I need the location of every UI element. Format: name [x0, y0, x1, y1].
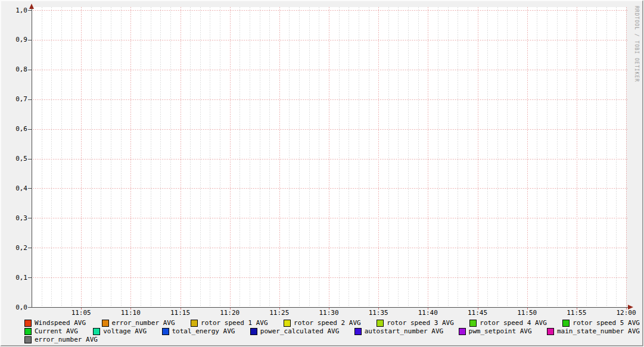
gridline-x-minor	[616, 7, 617, 307]
gridline-x-minor	[596, 7, 597, 307]
x-axis-tick	[81, 308, 82, 310]
legend-item: rotor speed 5 AVG	[562, 319, 640, 327]
legend-label: error_number AVG	[35, 336, 98, 343]
gridline-x-minor	[359, 7, 359, 307]
x-axis-line	[28, 307, 629, 308]
x-axis-tick	[279, 308, 280, 310]
x-axis-tick	[181, 308, 181, 310]
gridline-x-minor	[51, 7, 52, 307]
legend-item: power_calculated AVG	[250, 327, 339, 335]
legend-label: total_energy AVG	[172, 327, 235, 335]
gridline-x-minor	[239, 7, 240, 307]
legend-swatch-icon	[24, 336, 32, 343]
gridline-y-major	[32, 159, 629, 160]
gridline-x-minor	[220, 7, 220, 307]
gridline-x-minor	[160, 7, 161, 307]
gridline-x-minor	[91, 7, 92, 307]
legend-label: rotor speed 5 AVG	[573, 319, 640, 327]
gridline-x-minor	[458, 7, 458, 307]
legend-item: total_energy AVG	[162, 327, 235, 335]
legend-item: error_number AVG	[24, 336, 98, 343]
legend-item: rotor speed 3 AVG	[377, 319, 454, 327]
gridline-x-minor	[210, 7, 210, 307]
legend-label: rotor speed 2 AVG	[294, 319, 361, 327]
x-axis-tick-label: 11:30	[316, 309, 342, 317]
legend-item: main_state_number AVG	[547, 327, 640, 335]
gridline-x-minor	[388, 7, 389, 307]
legend-row-3: error_number AVG	[24, 336, 640, 343]
gridline-x-minor	[289, 7, 290, 307]
gridline-x-minor	[497, 7, 498, 307]
legend-item: rotor speed 4 AVG	[469, 319, 547, 327]
gridline-x-minor	[369, 7, 369, 307]
legend-label: power_calculated AVG	[260, 327, 339, 335]
legend-swatch-icon	[102, 320, 109, 327]
rrdtool-graph: 1,00,90,80,70,60,50,40,30,20,10,0 11:051…	[0, 0, 644, 347]
legend-swatch-icon	[469, 320, 477, 327]
gridline-x-minor	[71, 7, 72, 307]
legend-row-1: Windspeed AVGerror_number AVGrotor speed…	[24, 319, 640, 327]
x-axis-tick-label: 11:10	[117, 309, 144, 317]
legend-label: rotor speed 3 AVG	[387, 319, 454, 327]
legend-swatch-icon	[354, 328, 362, 335]
gridline-x-major	[230, 7, 231, 309]
y-axis-tick-label: 0,4	[1, 185, 27, 192]
gridline-x-minor	[170, 7, 171, 307]
gridline-x-minor	[557, 7, 558, 307]
gridline-x-minor	[408, 7, 409, 307]
gridline-x-minor	[42, 7, 42, 307]
legend-item: Current AVG	[24, 327, 78, 335]
y-axis-tick-label: 0,0	[1, 304, 27, 311]
gridline-x-minor	[606, 7, 607, 307]
gridline-y-major	[32, 129, 629, 130]
x-axis-arrow-icon	[628, 305, 633, 310]
gridline-x-minor	[121, 7, 122, 307]
legend-row-2: Current AVGvoltage AVGtotal_energy AVGpo…	[24, 327, 640, 335]
legend-label: main_state_number AVG	[557, 327, 640, 335]
legend-item: rotor speed 1 AVG	[191, 319, 268, 327]
gridline-x-minor	[438, 7, 438, 307]
y-axis-tick-label: 0,6	[1, 125, 27, 133]
gridline-x-minor	[547, 7, 547, 307]
plot-area	[32, 7, 626, 307]
gridline-x-major	[81, 7, 82, 309]
y-axis-tick-label: 0,9	[1, 36, 27, 43]
legend-item: rotor speed 2 AVG	[284, 319, 361, 327]
y-axis-tick-label: 0,8	[1, 65, 27, 73]
legend-swatch-icon	[24, 328, 32, 335]
legend-item: Windspeed AVG	[24, 319, 86, 327]
y-axis-tick-label: 0,7	[1, 95, 27, 103]
legend-label: error_number AVG	[112, 319, 175, 327]
gridline-x-major	[279, 7, 280, 309]
legend-swatch-icon	[250, 328, 257, 335]
x-axis-tick-label: 11:55	[564, 309, 590, 317]
gridline-x-minor	[111, 7, 111, 307]
x-axis-tick-label: 11:35	[365, 309, 391, 317]
gridline-x-minor	[487, 7, 488, 307]
x-axis-tick	[626, 308, 627, 310]
gridline-y-major	[32, 218, 629, 218]
x-axis-tick-label: 11:50	[514, 309, 540, 317]
gridline-x-minor	[586, 7, 587, 307]
legend-swatch-icon	[562, 320, 570, 327]
gridline-x-minor	[319, 7, 319, 307]
x-axis-tick-label: 11:45	[465, 309, 491, 317]
gridline-x-minor	[260, 7, 260, 307]
legend-item: voltage AVG	[93, 327, 147, 335]
legend-label: rotor speed 4 AVG	[480, 319, 547, 327]
gridline-x-minor	[151, 7, 151, 307]
x-axis-tick-label: 11:20	[217, 309, 243, 317]
gridline-x-minor	[537, 7, 537, 307]
y-axis-tick-label: 0,5	[1, 155, 27, 162]
legend-item: error_number AVG	[102, 319, 175, 327]
gridline-x-minor	[567, 7, 567, 307]
legend-label: Current AVG	[35, 327, 78, 335]
legend-item: autostart_number AVG	[354, 327, 443, 335]
legend-swatch-icon	[162, 328, 169, 335]
y-axis-tick-label: 0,2	[1, 244, 27, 252]
gridline-x-major	[378, 7, 379, 309]
gridline-x-minor	[418, 7, 419, 307]
gridline-y-major	[32, 40, 629, 40]
gridline-x-major	[181, 7, 181, 309]
x-axis-tick	[378, 308, 379, 310]
